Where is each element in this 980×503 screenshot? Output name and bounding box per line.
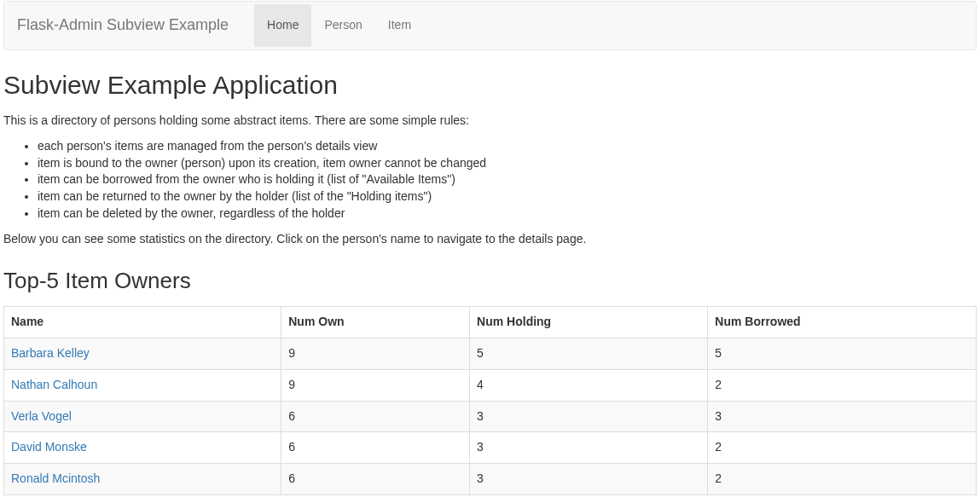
cell-own: 9	[281, 338, 470, 369]
cell-borrowed: 5	[708, 338, 977, 369]
page-title: Subview Example Application	[3, 67, 977, 104]
navbar-nav: HomePersonItem	[254, 4, 424, 47]
person-link[interactable]: David Monske	[11, 440, 87, 454]
rule-item: each person's items are managed from the…	[38, 138, 977, 155]
person-link[interactable]: Barbara Kelley	[11, 346, 90, 360]
cell-holding: 3	[470, 401, 708, 432]
rule-item: item is bound to the owner (person) upon…	[38, 155, 977, 172]
rule-item: item can be borrowed from the owner who …	[38, 171, 977, 188]
cell-own: 9	[281, 369, 470, 401]
cell-own: 6	[281, 432, 470, 464]
cell-name: David Monske	[4, 432, 281, 464]
cell-name: Ronald Mcintosh	[4, 464, 281, 495]
intro-text: This is a directory of persons holding s…	[3, 113, 977, 130]
rules-list: each person's items are managed from the…	[3, 138, 977, 223]
cell-name: Nathan Calhoun	[4, 369, 281, 401]
cell-name: Barbara Kelley	[4, 338, 281, 369]
column-header: Num Holding	[470, 306, 708, 338]
column-header: Name	[4, 306, 281, 338]
cell-borrowed: 2	[708, 369, 977, 401]
table-body: Barbara Kelley955Nathan Calhoun942Verla …	[4, 338, 977, 495]
cell-borrowed: 2	[708, 432, 977, 464]
nav-item-home[interactable]: Home	[254, 4, 311, 47]
nav-item-item[interactable]: Item	[375, 4, 424, 47]
rule-item: item can be deleted by the owner, regard…	[38, 205, 977, 223]
table-row: Nathan Calhoun942	[4, 369, 977, 401]
rule-item: item can be returned to the owner by the…	[38, 188, 977, 205]
person-link[interactable]: Verla Vogel	[11, 409, 72, 423]
column-header: Num Borrowed	[708, 306, 977, 338]
cell-holding: 3	[470, 464, 708, 495]
table-row: Barbara Kelley955	[4, 338, 977, 369]
below-text: Below you can see some statistics on the…	[3, 231, 977, 248]
column-header: Num Own	[281, 306, 470, 338]
table-row: Ronald Mcintosh632	[4, 464, 977, 495]
cell-own: 6	[281, 401, 470, 432]
cell-borrowed: 3	[708, 401, 977, 432]
top5-table: NameNum OwnNum HoldingNum Borrowed Barba…	[3, 306, 977, 496]
navbar-brand[interactable]: Flask-Admin Subview Example	[17, 2, 241, 49]
top5-heading: Top-5 Item Owners	[3, 265, 977, 297]
cell-holding: 5	[470, 338, 708, 369]
person-link[interactable]: Ronald Mcintosh	[11, 471, 100, 485]
cell-name: Verla Vogel	[4, 401, 281, 432]
person-link[interactable]: Nathan Calhoun	[11, 378, 97, 391]
cell-borrowed: 2	[708, 464, 977, 495]
cell-holding: 4	[470, 369, 708, 401]
cell-own: 6	[281, 464, 470, 495]
table-row: David Monske632	[4, 432, 977, 464]
table-row: Verla Vogel633	[4, 401, 977, 432]
nav-item-person[interactable]: Person	[311, 4, 374, 47]
cell-holding: 3	[470, 432, 708, 464]
navbar: Flask-Admin Subview Example HomePersonIt…	[3, 1, 977, 50]
table-header-row: NameNum OwnNum HoldingNum Borrowed	[4, 306, 977, 338]
